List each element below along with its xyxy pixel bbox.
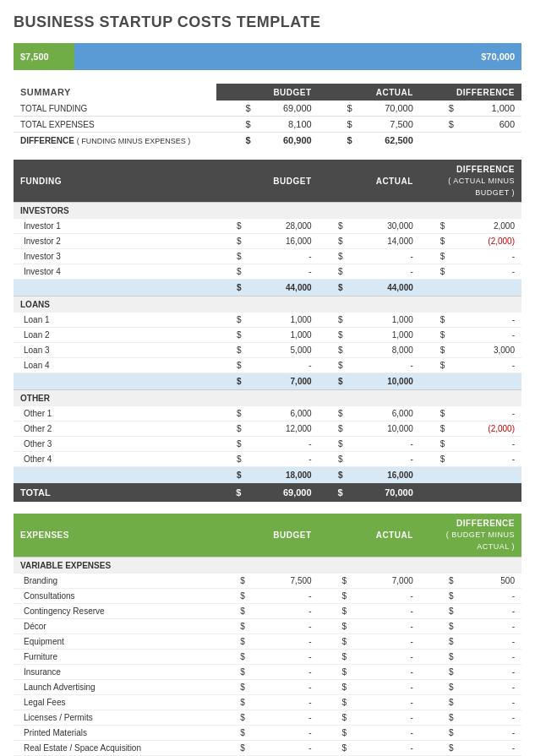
expenses-budget: -: [252, 694, 319, 710]
funding-diff: 3,000: [451, 343, 521, 358]
funding-budget: -: [248, 358, 318, 373]
summary-col-budget: BUDGET: [216, 84, 318, 101]
expenses-b-sign: $: [216, 725, 251, 740]
expenses-row-label: Branding: [14, 574, 216, 589]
funding-d-sign: $: [420, 437, 451, 452]
expenses-budget: -: [252, 725, 319, 740]
funding-d-sign: $: [420, 249, 451, 264]
progress-bar-right-label: $70,000: [481, 52, 515, 62]
funding-actual: -: [350, 358, 420, 373]
expenses-actual: -: [353, 740, 420, 755]
expenses-diff: -: [461, 664, 521, 679]
funding-data-row: Other 4 $ - $ - $ -: [14, 452, 521, 467]
funding-a-sign: $: [319, 358, 350, 373]
funding-row-label: Other 1: [14, 406, 216, 422]
funding-actual: 10,000: [350, 422, 420, 437]
expenses-actual: -: [353, 649, 420, 664]
expenses-header-label: EXPENSES: [14, 514, 216, 557]
expenses-row-label: Printed Materials: [14, 725, 216, 740]
funding-d-sign: $: [420, 313, 451, 328]
funding-group-header: LOANS: [14, 296, 521, 313]
expenses-actual: -: [353, 679, 420, 694]
funding-data-row: Other 3 $ - $ - $ -: [14, 437, 521, 452]
expenses-b-sign: $: [216, 664, 251, 679]
funding-data-row: Loan 4 $ - $ - $ -: [14, 358, 521, 373]
expenses-b-sign: $: [216, 740, 251, 755]
expenses-d-sign: $: [420, 574, 461, 589]
expenses-diff: -: [461, 649, 521, 664]
expenses-d-sign: $: [420, 649, 461, 664]
funding-a-sign: $: [319, 234, 350, 249]
expenses-budget: -: [252, 634, 319, 649]
expenses-table: EXPENSES BUDGET ACTUAL DIFFERENCE ( BUDG…: [14, 514, 521, 756]
summary-diff-budget-sign: $: [216, 133, 257, 149]
expenses-a-sign: $: [319, 603, 353, 618]
expenses-a-sign: $: [319, 634, 353, 649]
summary-col-diff: DIFFERENCE: [420, 84, 521, 101]
expenses-data-row: Real Estate / Space Acquisition $ - $ - …: [14, 740, 521, 755]
funding-row-label: Investor 2: [14, 234, 216, 249]
expenses-data-row: Consultations $ - $ - $ -: [14, 588, 521, 603]
expenses-group-label: VARIABLE EXPENSES: [14, 557, 521, 574]
summary-table: SUMMARY BUDGET ACTUAL DIFFERENCE TOTAL F…: [14, 84, 521, 148]
expenses-header-row: EXPENSES BUDGET ACTUAL DIFFERENCE ( BUDG…: [14, 514, 521, 557]
funding-subtotal-row: $ 44,000 $ 44,000: [14, 280, 521, 296]
funding-b-sign: $: [216, 328, 248, 343]
expenses-data-row: Décor $ - $ - $ -: [14, 618, 521, 634]
expenses-actual: -: [353, 710, 420, 725]
funding-total-a-sign: $: [319, 483, 350, 502]
funding-actual: 1,000: [350, 328, 420, 343]
expenses-diff: -: [461, 618, 521, 634]
funding-data-row: Loan 3 $ 5,000 $ 8,000 $ 3,000: [14, 343, 521, 358]
summary-header-label: SUMMARY: [14, 84, 216, 101]
expenses-budget: -: [252, 710, 319, 725]
funding-actual: 8,000: [350, 343, 420, 358]
funding-diff: 2,000: [451, 219, 521, 234]
funding-col-diff: DIFFERENCE ( ACTUAL MINUS BUDGET ): [420, 160, 521, 203]
expenses-a-sign: $: [319, 710, 353, 725]
expenses-budget: 7,500: [252, 574, 319, 589]
expenses-diff: 500: [461, 574, 521, 589]
funding-budget: 12,000: [248, 422, 318, 437]
expenses-data-row: Launch Advertising $ - $ - $ -: [14, 679, 521, 694]
expenses-a-sign: $: [319, 664, 353, 679]
funding-header-row: FUNDING BUDGET ACTUAL DIFFERENCE ( ACTUA…: [14, 160, 521, 203]
progress-bar-fill: $7,500: [14, 43, 74, 70]
funding-budget: -: [248, 437, 318, 452]
funding-diff: (2,000): [451, 422, 521, 437]
expenses-a-sign: $: [319, 740, 353, 755]
expenses-a-sign: $: [319, 588, 353, 603]
expenses-a-sign: $: [319, 725, 353, 740]
subtotal-actual: 44,000: [350, 280, 420, 296]
funding-group-label: OTHER: [14, 390, 521, 407]
funding-diff: -: [451, 406, 521, 422]
funding-d-sign: $: [420, 328, 451, 343]
funding-b-sign: $: [216, 219, 248, 234]
funding-actual: 6,000: [350, 406, 420, 422]
expenses-diff: -: [461, 588, 521, 603]
subtotal-budget: 7,000: [248, 373, 318, 390]
expenses-actual: -: [353, 694, 420, 710]
expenses-diff: -: [461, 679, 521, 694]
funding-diff: (2,000): [451, 234, 521, 249]
funding-diff: -: [451, 437, 521, 452]
funding-actual: -: [350, 452, 420, 467]
expenses-d-sign: $: [420, 710, 461, 725]
expenses-data-row: Branding $ 7,500 $ 7,000 $ 500: [14, 574, 521, 589]
expenses-budget: -: [252, 603, 319, 618]
funding-a-sign: $: [319, 406, 350, 422]
funding-a-sign: $: [319, 452, 350, 467]
funding-total-budget: 69,000: [248, 483, 318, 502]
funding-a-sign: $: [319, 437, 350, 452]
expenses-row-label: Legal Fees: [14, 694, 216, 710]
funding-total-b-sign: $: [216, 483, 248, 502]
expenses-d-sign: $: [420, 603, 461, 618]
funding-row-label: Other 4: [14, 452, 216, 467]
expenses-actual: -: [353, 618, 420, 634]
summary-diff-label: DIFFERENCE ( FUNDING MINUS EXPENSES ): [14, 133, 216, 149]
expenses-actual: -: [353, 664, 420, 679]
expenses-row-label: Insurance: [14, 664, 216, 679]
expenses-actual: -: [353, 634, 420, 649]
funding-budget: -: [248, 452, 318, 467]
expenses-a-sign: $: [319, 618, 353, 634]
